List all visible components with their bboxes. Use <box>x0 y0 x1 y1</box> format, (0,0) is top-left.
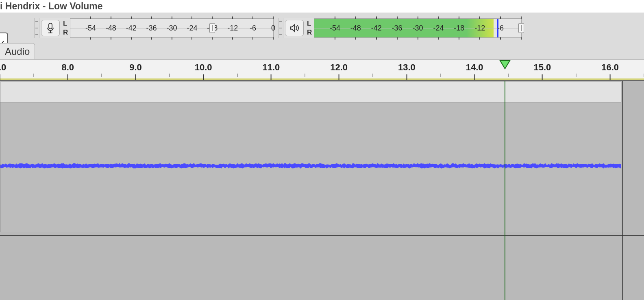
ruler-tick: 13.0 <box>398 62 416 73</box>
microphone-icon <box>46 22 55 34</box>
channel-labels: L R <box>62 18 70 38</box>
ruler-tick: 8.0 <box>61 62 74 73</box>
title-text: i Hendrix - Low Volume <box>0 1 103 12</box>
audio-setup-tab[interactable]: Audio <box>0 43 35 59</box>
ruler-tick: 10.0 <box>195 62 212 73</box>
ruler-minor-tick <box>576 74 577 77</box>
waveform-icon <box>0 162 621 170</box>
toolbar-gripper[interactable] <box>278 18 283 38</box>
playback-slider-handle[interactable] <box>518 23 524 33</box>
playback-level-meter[interactable]: -54-48-42-36-30-24-18-12-60 <box>314 18 522 38</box>
recording-meter-group: L R -54-48-42-36-30-24-18-12-60 <box>34 18 274 38</box>
recording-slider-handle[interactable] <box>209 23 215 33</box>
track-right-edge <box>622 81 623 300</box>
toolbar-gripper[interactable] <box>35 18 39 38</box>
ruler-minor-tick <box>102 74 102 77</box>
playhead-line <box>505 81 505 300</box>
ruler-tick: 11.0 <box>263 62 280 73</box>
svg-rect-0 <box>49 23 52 29</box>
svg-marker-3 <box>500 61 510 69</box>
waveform-display[interactable] <box>0 102 621 232</box>
ruler-tick: 7.0 <box>0 62 6 73</box>
track-divider <box>0 235 644 236</box>
channel-labels: L R <box>306 18 314 38</box>
ruler-minor-tick <box>373 74 373 77</box>
ruler-minor-tick <box>305 74 305 77</box>
ruler-minor-tick <box>508 74 509 77</box>
ruler-tick: 16.0 <box>601 62 619 73</box>
meter-toolbar: L R -54-48-42-36-30-24-18-12-60 L R <box>0 13 644 60</box>
ruler-tick: 15.0 <box>533 62 551 73</box>
audio-clip[interactable] <box>0 82 621 232</box>
playhead-indicator[interactable] <box>499 60 511 72</box>
clip-header[interactable] <box>0 82 621 102</box>
timeline-ruler[interactable]: 7.08.09.010.011.012.013.014.015.016.0 <box>0 60 644 80</box>
channel-l-label: L <box>62 19 70 28</box>
playback-meter-toggle[interactable] <box>285 20 304 36</box>
ruler-tick: 12.0 <box>330 62 348 73</box>
channel-l-label: L <box>306 19 314 28</box>
channel-r-label: R <box>62 28 70 37</box>
window-title: i Hendrix - Low Volume <box>0 0 644 13</box>
ruler-minor-tick <box>34 74 34 77</box>
ruler-tick: 14.0 <box>466 62 483 73</box>
channel-r-label: R <box>306 28 314 37</box>
speaker-icon <box>289 22 299 34</box>
record-meter-toggle[interactable] <box>41 20 60 36</box>
ruler-tick: 9.0 <box>129 62 142 73</box>
recording-level-meter[interactable]: -54-48-42-36-30-24-18-12-60 <box>70 18 274 38</box>
audio-tab-label: Audio <box>5 46 30 57</box>
ruler-minor-tick <box>169 74 170 77</box>
ruler-minor-tick <box>237 74 237 77</box>
playback-meter-group: L R -54-48-42-36-30-24-18-12-60 <box>278 18 522 38</box>
ruler-minor-tick <box>440 74 441 77</box>
track-area[interactable] <box>0 80 644 300</box>
